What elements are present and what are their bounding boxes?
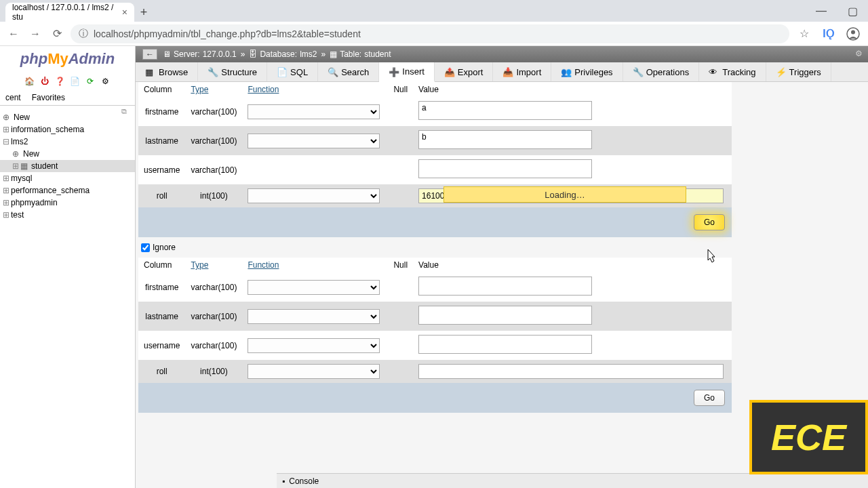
gear-icon[interactable]: ⚙: [855, 49, 863, 58]
sql-icon[interactable]: 📄: [70, 77, 81, 87]
browser-toolbar: ← → ⟳ ⓘ localhost/phpmyadmin/tbl_change.…: [0, 22, 868, 46]
sidebar: phpMyAdmin 🏠 ⏻ ❓ 📄 ⟳ ⚙ cent Favorites ⧉ …: [0, 46, 136, 488]
home-icon[interactable]: 🏠: [24, 77, 35, 87]
new-tab-button[interactable]: +: [134, 3, 153, 22]
tab-structure[interactable]: 🔧Structure: [198, 62, 267, 81]
logout-icon[interactable]: ⏻: [39, 77, 50, 87]
console-icon: ▪: [282, 476, 285, 486]
value-input-roll-2[interactable]: [418, 364, 724, 379]
row-username-2: username varchar(100): [138, 331, 732, 360]
function-select[interactable]: [248, 338, 380, 353]
tab-insert[interactable]: ➕Insert: [379, 62, 435, 82]
settings-icon[interactable]: ⚙: [100, 77, 111, 87]
tree-information-schema[interactable]: ⊞information_schema: [0, 123, 135, 136]
row-lastname-2: lastname varchar(100): [138, 302, 732, 331]
function-select[interactable]: [248, 364, 380, 379]
go-button-1[interactable]: Go: [694, 214, 725, 230]
console-bar[interactable]: ▪ Console: [277, 473, 868, 488]
go-button-2[interactable]: Go: [694, 390, 725, 406]
info-icon: ⓘ: [79, 28, 88, 40]
tab-title: localhost / 127.0.0.1 / lms2 / stu: [12, 3, 122, 22]
tab-import[interactable]: 📥Import: [493, 62, 551, 81]
reload-nav-icon[interactable]: ⟳: [85, 77, 96, 87]
tree-test[interactable]: ⊞test: [0, 209, 135, 221]
collapse-sidebar-button[interactable]: ←: [142, 49, 157, 60]
tab-privileges[interactable]: 👥Privileges: [551, 62, 623, 81]
back-button[interactable]: ←: [5, 26, 22, 42]
value-input-lastname-2[interactable]: [418, 306, 592, 325]
header-null: Null: [388, 82, 413, 97]
function-select[interactable]: [248, 188, 380, 203]
extension-icon[interactable]: IǪ: [819, 24, 838, 43]
reload-button[interactable]: ⟳: [49, 26, 65, 42]
ignore-checkbox[interactable]: [141, 243, 150, 252]
row-firstname-2: firstname varchar(100): [138, 272, 732, 302]
nav-tabs: ▦Browse 🔧Structure 📄SQL 🔍Search ➕Insert …: [136, 62, 868, 82]
function-select[interactable]: [248, 280, 380, 295]
row-lastname-1: lastname varchar(100): [138, 126, 732, 155]
url-bar[interactable]: ⓘ localhost/phpmyadmin/tbl_change.php?db…: [71, 24, 789, 43]
tree-mysql[interactable]: ⊞mysql: [0, 172, 135, 184]
loading-overlay: Loading…: [443, 186, 686, 203]
sidebar-icons: 🏠 ⏻ ❓ 📄 ⟳ ⚙: [0, 72, 135, 90]
function-select[interactable]: [248, 134, 380, 148]
tree-performance-schema[interactable]: ⊞performance_schema: [0, 184, 135, 197]
tree-lms2[interactable]: ⊟lms2: [0, 136, 135, 148]
tab-sql[interactable]: 📄SQL: [267, 62, 318, 81]
sidebar-tabs: cent Favorites: [0, 90, 135, 106]
tab-export[interactable]: 📤Export: [435, 62, 494, 81]
url-text: localhost/phpmyadmin/tbl_change.php?db=l…: [94, 28, 361, 39]
header-column: Column: [138, 82, 185, 97]
ignore-label: Ignore: [153, 243, 176, 252]
tab-tracking[interactable]: 👁Tracking: [699, 62, 766, 81]
row-username-1: username varchar(100): [138, 155, 732, 184]
collapse-icon[interactable]: ⧉: [121, 107, 127, 116]
tab-triggers[interactable]: ⚡Triggers: [766, 62, 831, 81]
ignore-row: Ignore: [136, 237, 868, 258]
tree-student[interactable]: ⊞▦student: [0, 160, 135, 172]
value-input-firstname-1[interactable]: [418, 101, 592, 120]
browser-tabs: localhost / 127.0.0.1 / lms2 / stu × + —…: [0, 0, 868, 22]
go-row-2: Go: [138, 383, 732, 413]
tree-new[interactable]: ⊕New: [0, 111, 121, 123]
value-input-lastname-1[interactable]: [418, 130, 592, 149]
svg-point-1: [851, 30, 855, 34]
value-input-firstname-2[interactable]: [418, 277, 592, 296]
tree-lms2-new[interactable]: ⊕New: [0, 148, 135, 160]
insert-table-2: Column Type Function Null Value firstnam…: [138, 258, 732, 413]
header-function[interactable]: Function: [242, 82, 388, 97]
row-roll-2: roll int(100): [138, 360, 732, 383]
go-row-1: Go: [138, 207, 732, 237]
crumb-server[interactable]: 🖥 Server: 127.0.0.1: [163, 49, 237, 59]
maximize-button[interactable]: ▢: [837, 0, 868, 22]
value-input-username-2[interactable]: [418, 335, 592, 354]
tab-recent[interactable]: cent: [0, 90, 26, 105]
tree-phpmyadmin[interactable]: ⊞phpmyadmin: [0, 197, 135, 209]
docs-icon[interactable]: ❓: [54, 77, 65, 87]
tab-search[interactable]: 🔍Search: [318, 62, 379, 81]
star-icon[interactable]: ☆: [795, 24, 814, 43]
insert-table-1: Column Type Function Null Value firstnam…: [138, 82, 732, 237]
tab-browse[interactable]: ▦Browse: [136, 62, 198, 81]
forward-button[interactable]: →: [27, 26, 43, 42]
watermark: ECE: [749, 400, 868, 474]
breadcrumb: ← 🖥 Server: 127.0.0.1 » 🗄 Database: lms2…: [136, 46, 868, 62]
value-input-username-1[interactable]: [418, 159, 592, 178]
browser-tab[interactable]: localhost / 127.0.0.1 / lms2 / stu ×: [5, 3, 134, 22]
crumb-database[interactable]: 🗄 Database: lms2: [249, 49, 317, 59]
crumb-table[interactable]: ▦ Table: student: [330, 49, 391, 59]
close-tab-icon[interactable]: ×: [122, 7, 127, 18]
row-firstname-1: firstname varchar(100): [138, 97, 732, 126]
profile-icon[interactable]: [844, 24, 863, 43]
tab-operations[interactable]: 🔧Operations: [623, 62, 700, 81]
header-type[interactable]: Type: [185, 82, 242, 97]
db-tree: ⊕New ⊞information_schema ⊟lms2 ⊕New ⊞▦st…: [0, 108, 135, 224]
tab-favorites[interactable]: Favorites: [26, 90, 71, 105]
function-select[interactable]: [248, 104, 380, 119]
function-select[interactable]: [248, 309, 380, 324]
header-value: Value: [413, 82, 732, 97]
minimize-button[interactable]: —: [806, 0, 837, 22]
phpmyadmin-logo: phpMyAdmin: [0, 46, 135, 72]
